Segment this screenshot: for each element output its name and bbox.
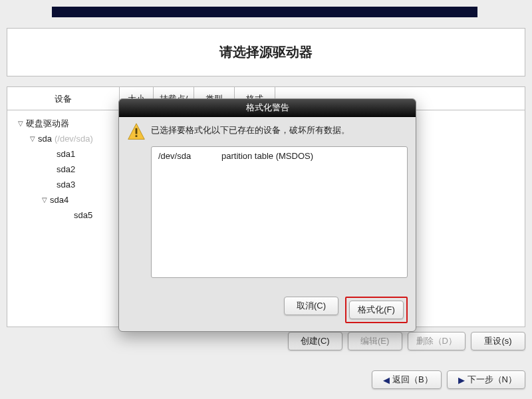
delete-button: 删除（D）	[408, 332, 466, 350]
device-list-box[interactable]: /dev/sda partition table (MSDOS)	[151, 146, 408, 278]
partition-label: sda2	[57, 162, 75, 177]
dialog-message: 已选择要格式化以下已存在的设备，破坏所有数据。	[151, 122, 350, 137]
format-button[interactable]: 格式化(F)	[349, 301, 404, 319]
format-button-highlight: 格式化(F)	[345, 297, 408, 323]
reset-button[interactable]: 重设(s)	[471, 332, 525, 350]
arrow-right-icon: ▶	[458, 375, 465, 385]
svg-rect-1	[136, 128, 138, 134]
create-button[interactable]: 创建(C)	[288, 332, 342, 350]
partition-label: sda5	[74, 207, 92, 223]
col-header-device[interactable]: 设备	[7, 87, 120, 110]
device-path: /dev/sda	[158, 151, 221, 161]
dialog-footer: 取消(C) 格式化(F)	[119, 285, 416, 331]
tree-disk-label: sda	[38, 131, 52, 146]
action-button-row: 创建(C) 编辑(E) 删除（D） 重设(s)	[7, 331, 525, 351]
device-description: partition table (MSDOS)	[221, 151, 400, 161]
tree-disk-annotation: (/dev/sda)	[55, 131, 93, 146]
back-button-label: 返回（B）	[392, 374, 433, 386]
dialog-body: 已选择要格式化以下已存在的设备，破坏所有数据。 /dev/sda partiti…	[119, 117, 416, 285]
device-list-row[interactable]: /dev/sda partition table (MSDOS)	[158, 151, 400, 161]
nav-button-row: ◀ 返回（B） ▶ 下一步（N）	[7, 370, 525, 390]
partition-label: sda1	[57, 146, 75, 162]
tree-root-label: 硬盘驱动器	[26, 116, 69, 131]
svg-rect-2	[136, 135, 138, 137]
back-button[interactable]: ◀ 返回（B）	[372, 370, 442, 389]
partition-label: sda3	[57, 177, 75, 192]
expand-icon[interactable]: ▽	[17, 116, 25, 131]
format-warning-dialog: 格式化警告 已选择要格式化以下已存在的设备，破坏所有数据。 /dev/sda p…	[118, 98, 416, 332]
edit-button: 编辑(E)	[348, 332, 402, 350]
next-button-label: 下一步（N）	[467, 374, 517, 386]
partition-label: sda4	[50, 192, 68, 207]
expand-icon[interactable]: ▽	[41, 192, 49, 207]
page-header-panel: 请选择源驱动器	[7, 28, 525, 76]
arrow-left-icon: ◀	[383, 375, 390, 385]
cancel-button[interactable]: 取消(C)	[284, 297, 338, 315]
warning-icon	[127, 122, 146, 141]
dialog-title: 格式化警告	[119, 99, 416, 117]
expand-icon[interactable]: ▽	[29, 131, 37, 146]
installer-top-bar	[52, 7, 477, 17]
page-title: 请选择源驱动器	[219, 43, 313, 61]
next-button[interactable]: ▶ 下一步（N）	[447, 370, 525, 389]
